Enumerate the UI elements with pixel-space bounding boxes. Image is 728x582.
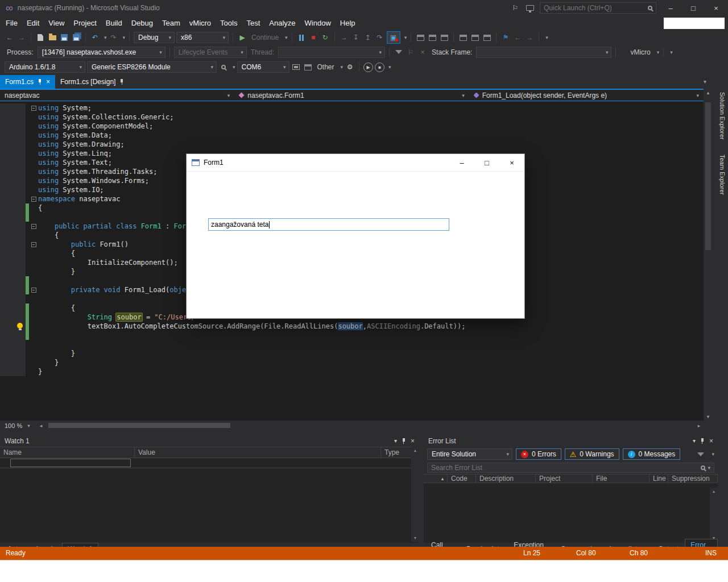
form-textbox[interactable]: zaangažovaná teta: [208, 218, 449, 231]
error-column-file[interactable]: File: [593, 475, 650, 483]
form-close-button[interactable]: ×: [499, 154, 524, 171]
navigate-back-icon[interactable]: ←: [5, 32, 15, 43]
immediate-window-icon[interactable]: [427, 32, 437, 43]
menu-item-test[interactable]: Test: [242, 17, 264, 29]
scope-dropdown[interactable]: Entire Solution▾: [427, 448, 512, 460]
form-minimize-button[interactable]: –: [449, 154, 474, 171]
quick-launch-box[interactable]: [540, 2, 656, 14]
watch-column-name[interactable]: Name: [0, 447, 135, 458]
process-dropdown[interactable]: [13476] naseptavac.vshost.exe▾: [38, 47, 166, 58]
project-dropdown[interactable]: naseptavac ▾: [0, 90, 234, 101]
callstack-window-icon[interactable]: [470, 32, 480, 43]
error-search-box[interactable]: ▾: [427, 463, 714, 473]
scroll-down-icon[interactable]: ▼: [704, 413, 713, 421]
breakpoint-margin[interactable]: [0, 313, 26, 322]
save-icon[interactable]: [59, 32, 69, 43]
breakpoint-margin[interactable]: [0, 213, 26, 222]
watch-window-icon[interactable]: [439, 32, 449, 43]
member-dropdown[interactable]: Form1_Load(object sender, EventArgs e) ▾: [469, 90, 704, 101]
minimize-button[interactable]: –: [662, 2, 679, 14]
breakpoint-margin[interactable]: [0, 285, 26, 294]
editor-vertical-scrollbar[interactable]: ▲ ▼: [704, 89, 713, 421]
vmicro-menu-label[interactable]: vMicro: [630, 48, 650, 56]
flag-threads-icon[interactable]: ⚐: [406, 47, 416, 57]
breakpoint-margin[interactable]: [0, 167, 26, 176]
bookmark-icon[interactable]: ⚑: [500, 32, 511, 43]
memory-window-icon[interactable]: [458, 32, 468, 43]
other-label[interactable]: Other: [317, 63, 334, 71]
error-list-header[interactable]: Error List ▾ ×: [424, 435, 718, 447]
continue-dropdown-icon[interactable]: ▾: [285, 35, 288, 40]
fold-toggle-icon[interactable]: −: [31, 288, 36, 293]
undo-icon[interactable]: ↶: [90, 32, 100, 43]
form1-window[interactable]: Form1 – □ × zaangažovaná teta: [186, 153, 525, 319]
stack-frame-dropdown[interactable]: ▾: [476, 47, 611, 58]
continue-label[interactable]: Continue: [251, 34, 279, 41]
window-position-icon[interactable]: ▾: [394, 438, 397, 444]
menu-item-window[interactable]: Window: [300, 17, 336, 29]
breakpoint-margin[interactable]: [0, 349, 26, 358]
tab-form1-cs[interactable]: Form1.cs ×: [0, 75, 55, 89]
serial-monitor-icon[interactable]: [291, 62, 301, 72]
close-panel-icon[interactable]: ×: [411, 437, 415, 445]
editor-horizontal-scrollbar[interactable]: [46, 421, 694, 430]
thread-dropdown[interactable]: ▾: [278, 47, 385, 58]
watch-name-inputbox[interactable]: [10, 459, 131, 467]
open-file-icon[interactable]: [47, 32, 57, 43]
show-next-statement-icon[interactable]: →: [339, 32, 349, 43]
breakpoint-margin[interactable]: [0, 103, 26, 113]
sidebar-tab-solution-explorer[interactable]: Solution Explorer: [719, 92, 726, 140]
form1-title-bar[interactable]: Form1 – □ ×: [187, 154, 524, 172]
fold-toggle-icon[interactable]: −: [31, 197, 36, 202]
breakpoint-margin[interactable]: [0, 113, 26, 122]
breakpoint-margin[interactable]: [0, 249, 26, 258]
zoom-dropdown[interactable]: 100 % ▾: [0, 422, 36, 429]
filter-icon[interactable]: [696, 449, 706, 459]
pin-icon[interactable]: [38, 78, 42, 85]
close-button[interactable]: ×: [708, 2, 725, 14]
unflag-threads-icon[interactable]: ×: [417, 47, 428, 57]
platform-dropdown[interactable]: x86▾: [176, 32, 229, 43]
menu-item-file[interactable]: File: [1, 17, 22, 29]
watch-panel-header[interactable]: Watch 1 ▾ ×: [0, 435, 419, 447]
messages-filter-button[interactable]: i0 Messages: [623, 448, 681, 460]
menu-item-build[interactable]: Build: [101, 17, 127, 29]
quick-launch-input[interactable]: [544, 4, 648, 12]
lifecycle-events-dropdown[interactable]: Lifecycle Events▾: [174, 47, 247, 58]
toolbar-overflow-icon[interactable]: ▾: [388, 64, 391, 70]
search-dropdown-icon[interactable]: ▾: [233, 64, 235, 70]
breakpoint-margin[interactable]: [0, 276, 26, 285]
breakpoint-margin[interactable]: [0, 358, 26, 367]
sidebar-tab-team-explorer[interactable]: Team Explorer: [719, 155, 726, 195]
new-file-icon[interactable]: [35, 32, 46, 43]
breakpoint-margin[interactable]: [0, 176, 26, 185]
breakpoint-margin[interactable]: [0, 240, 26, 249]
breakpoint-margin[interactable]: [0, 149, 26, 158]
error-column-code[interactable]: Code: [448, 475, 476, 483]
search-dropdown-icon[interactable]: ▾: [708, 465, 710, 471]
save-all-icon[interactable]: [71, 32, 81, 43]
error-search-input[interactable]: [431, 464, 701, 472]
fold-toggle-icon[interactable]: −: [31, 106, 36, 111]
breakpoint-margin[interactable]: [0, 122, 26, 131]
breakpoint-margin[interactable]: [0, 131, 26, 140]
breakpoint-margin[interactable]: [0, 322, 26, 331]
output-window-icon[interactable]: [482, 32, 492, 43]
filter-icon[interactable]: [394, 47, 404, 57]
scrollbar-thumb[interactable]: [705, 102, 711, 250]
breakpoint-margin[interactable]: [0, 267, 26, 276]
type-dropdown[interactable]: naseptavac.Form1 ▾: [234, 90, 469, 101]
breakpoint-margin[interactable]: [0, 231, 26, 240]
notification-flag-icon[interactable]: ⚐: [510, 3, 520, 13]
breakpoint-margin[interactable]: [0, 367, 26, 376]
scroll-right-icon[interactable]: ▸: [694, 423, 704, 429]
sort-indicator-icon[interactable]: ▲: [424, 475, 448, 483]
watch-new-row[interactable]: [0, 458, 411, 468]
fold-toggle-icon[interactable]: −: [31, 242, 36, 247]
close-panel-icon[interactable]: ×: [709, 437, 713, 445]
breakpoint-margin[interactable]: [0, 158, 26, 167]
document-well-dropdown-icon[interactable]: ▾: [704, 78, 706, 85]
toolbar-overflow-icon[interactable]: ▾: [670, 49, 673, 55]
configuration-dropdown[interactable]: Debug▾: [134, 32, 175, 43]
window-position-icon[interactable]: ▾: [693, 438, 696, 444]
